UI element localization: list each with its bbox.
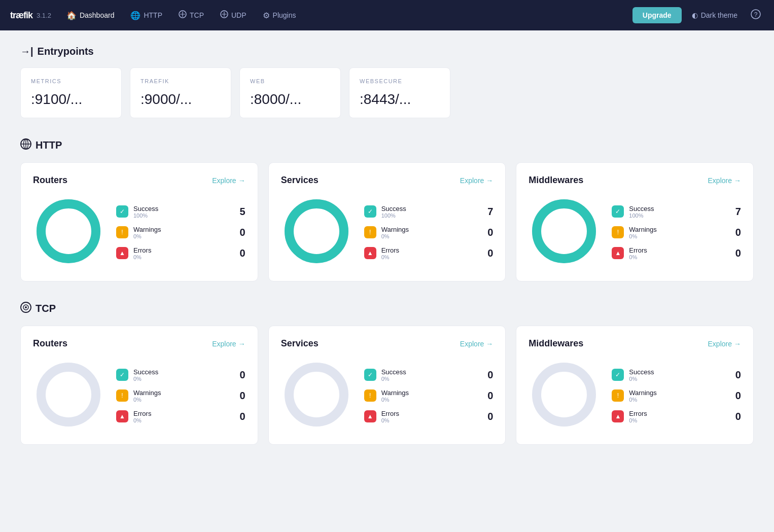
entrypoint-metrics-value: :9100/...	[31, 91, 111, 108]
arrow-right-icon: →	[486, 176, 493, 185]
http-middlewares-header: Middlewares Explore →	[529, 175, 741, 186]
tcp-services-success-row: ✓ Success 0% 0	[364, 368, 494, 382]
http-routers-title: Routers	[33, 175, 67, 186]
entrypoints-section-header: →| Entrypoints	[20, 46, 754, 57]
success-badge: ✓	[612, 369, 624, 381]
http-icon	[20, 138, 31, 152]
error-badge: ▲	[612, 247, 624, 259]
tcp-services-explore[interactable]: Explore →	[460, 340, 493, 348]
tcp-routers-stats: ✓ Success 0% 0 ! Warnings 0% 0	[116, 368, 245, 423]
success-pct: 100%	[133, 212, 230, 219]
nav-tcp[interactable]: TCP	[172, 7, 210, 23]
tcp-services-donut	[281, 359, 352, 432]
tcp-section-icon	[20, 302, 31, 315]
tcp-middlewares-warnings-row: ! Warnings 0% 0	[612, 389, 741, 403]
http-services-title: Services	[281, 175, 319, 186]
home-icon: 🏠	[66, 11, 77, 20]
http-routers-explore[interactable]: Explore →	[212, 176, 245, 185]
udp-icon	[220, 10, 228, 20]
warning-badge: !	[116, 389, 128, 402]
http-services-explore[interactable]: Explore →	[460, 176, 493, 185]
tcp-title: TCP	[36, 303, 56, 314]
tcp-routers-header: Routers Explore →	[33, 338, 245, 349]
http-routers-donut	[33, 196, 104, 269]
http-middlewares-card: Middlewares Explore → ✓	[516, 162, 754, 281]
svg-point-19	[537, 367, 591, 422]
tcp-routers-warnings-row: ! Warnings 0% 0	[116, 389, 245, 403]
tcp-services-body: ✓ Success 0% 0 ! Warnings 0% 0	[281, 359, 494, 432]
tcp-middlewares-explore[interactable]: Explore →	[708, 340, 741, 348]
error-badge: ▲	[116, 410, 128, 422]
tcp-routers-explore[interactable]: Explore →	[212, 340, 245, 348]
navbar: træfik 3.1.2 🏠 Dashboard 🌐 HTTP TCP UDP …	[0, 0, 774, 30]
nav-plugins[interactable]: ⚙ Plugins	[257, 8, 302, 23]
tcp-middlewares-card: Middlewares Explore → ✓ Success	[516, 326, 754, 445]
error-badge: ▲	[364, 410, 376, 422]
plugins-icon: ⚙	[263, 11, 270, 20]
success-badge: ✓	[116, 205, 128, 218]
http-section-header: HTTP	[20, 138, 754, 152]
entrypoints-grid: METRICS :9100/... TRAEFIK :9000/... WEB …	[20, 67, 754, 118]
entrypoint-web-value: :8000/...	[250, 91, 330, 108]
nav-http[interactable]: 🌐 HTTP	[124, 8, 168, 23]
http-services-card: Services Explore → ✓ Su	[268, 162, 506, 281]
arrow-right-icon: →	[238, 176, 245, 185]
entrypoint-metrics[interactable]: METRICS :9100/...	[20, 67, 122, 118]
http-routers-stats: ✓ Success 100% 5 ! Warnings 0% 0	[116, 205, 245, 260]
warning-badge: !	[364, 226, 376, 238]
main-content: →| Entrypoints METRICS :9100/... TRAEFIK…	[0, 30, 774, 480]
arrow-right-icon: →	[486, 340, 493, 348]
tcp-services-title: Services	[281, 338, 319, 349]
http-middlewares-success-row: ✓ Success 100% 7	[612, 205, 741, 219]
http-routers-errors-row: ▲ Errors 0% 0	[116, 246, 245, 260]
tcp-services-stats: ✓ Success 0% 0 ! Warnings 0% 0	[364, 368, 494, 423]
entrypoint-traefik[interactable]: TRAEFIK :9000/...	[130, 67, 231, 118]
nav-dashboard[interactable]: 🏠 Dashboard	[60, 8, 121, 23]
http-services-donut	[281, 196, 352, 269]
upgrade-button[interactable]: Upgrade	[632, 7, 682, 23]
entrypoints-icon: →|	[20, 46, 33, 57]
http-routers-success-row: ✓ Success 100% 5	[116, 205, 245, 219]
nav-udp[interactable]: UDP	[214, 7, 253, 23]
http-middlewares-stats: ✓ Success 100% 7 ! Warnings 0% 0	[612, 205, 741, 260]
tcp-services-card: Services Explore → ✓ Success	[268, 326, 506, 445]
error-badge: ▲	[612, 410, 624, 422]
app-version: 3.1.2	[37, 12, 51, 19]
tcp-services-errors-row: ▲ Errors 0% 0	[364, 410, 494, 423]
tcp-icon	[179, 10, 187, 20]
warnings-pct: 0%	[133, 233, 230, 239]
success-badge: ✓	[364, 205, 376, 218]
tcp-routers-body: ✓ Success 0% 0 ! Warnings 0% 0	[33, 359, 245, 432]
svg-point-13	[537, 204, 591, 259]
svg-point-17	[41, 367, 96, 422]
entrypoint-web[interactable]: WEB :8000/...	[239, 67, 341, 118]
http-middlewares-warnings-row: ! Warnings 0% 0	[612, 226, 741, 239]
success-badge: ✓	[364, 369, 376, 381]
tcp-routers-success-row: ✓ Success 0% 0	[116, 368, 245, 382]
tcp-section-header: TCP	[20, 302, 754, 315]
tcp-middlewares-header: Middlewares Explore →	[529, 338, 741, 349]
success-label: Success	[133, 205, 230, 212]
tcp-cards-grid: Routers Explore → ✓ Success	[20, 326, 754, 445]
tcp-services-warnings-row: ! Warnings 0% 0	[364, 389, 494, 403]
entrypoint-websecure[interactable]: WEBSECURE :8443/...	[349, 67, 450, 118]
entrypoint-traefik-value: :9000/...	[140, 91, 221, 108]
http-cards-grid: Routers Explore → ✓ Suc	[20, 162, 754, 281]
warning-badge: !	[612, 389, 624, 402]
svg-point-18	[289, 367, 344, 422]
http-services-body: ✓ Success 100% 7 ! Warnings 0% 0	[281, 196, 494, 269]
svg-text:?: ?	[754, 11, 758, 18]
theme-toggle[interactable]: ◐ Dark theme	[686, 8, 744, 22]
success-count: 5	[235, 206, 245, 218]
tcp-middlewares-title: Middlewares	[529, 338, 583, 349]
tcp-middlewares-donut	[529, 359, 600, 432]
arrow-right-icon: →	[734, 340, 741, 348]
entrypoint-traefik-label: TRAEFIK	[140, 78, 221, 84]
http-middlewares-explore[interactable]: Explore →	[708, 176, 741, 185]
tcp-middlewares-stats: ✓ Success 0% 0 ! Warnings 0% 0	[612, 368, 741, 423]
tcp-services-header: Services Explore →	[281, 338, 494, 349]
help-button[interactable]: ?	[748, 6, 764, 25]
warnings-count: 0	[235, 227, 245, 238]
http-title: HTTP	[36, 139, 62, 151]
entrypoint-websecure-value: :8443/...	[360, 91, 440, 108]
